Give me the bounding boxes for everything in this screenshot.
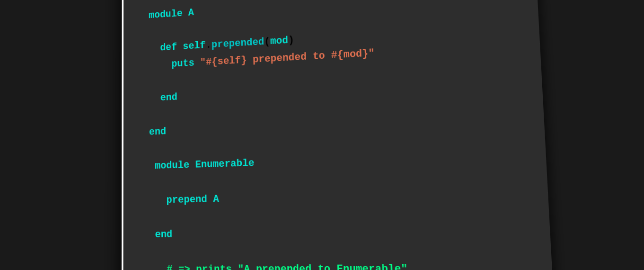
line-comment: # => prints "A prepended to Enumerable" <box>149 263 407 270</box>
line-prepend: prepend A <box>149 193 219 206</box>
line-def: def self.prepended(mod) <box>149 35 294 54</box>
code-card: module A def self.prepended(mod) puts "#… <box>121 0 555 270</box>
line-end1: end <box>149 92 177 104</box>
line-end2: end <box>149 126 166 138</box>
scene: module A def self.prepended(mod) puts "#… <box>0 0 644 270</box>
line-module-a: module A <box>149 8 194 22</box>
line-end3: end <box>149 229 172 241</box>
line-module-enumerable: module Enumerable <box>149 158 255 172</box>
code-block: module A def self.prepended(mod) puts "#… <box>149 0 527 270</box>
